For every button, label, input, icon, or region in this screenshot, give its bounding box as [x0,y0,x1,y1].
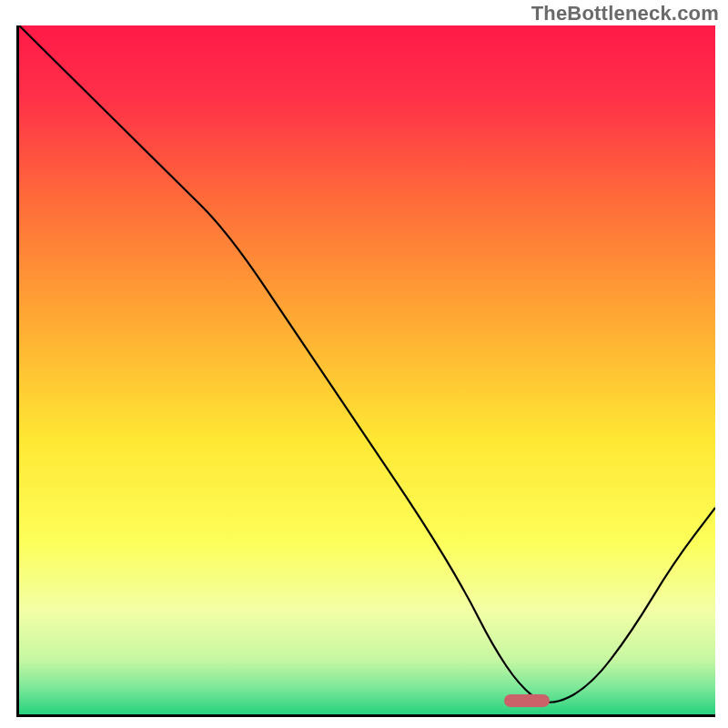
curve-path [19,25,715,703]
chart-plot-area [16,25,715,717]
optimal-point-marker [504,694,550,707]
watermark-text: TheBottleneck.com [531,2,719,25]
bottleneck-curve [19,25,715,714]
